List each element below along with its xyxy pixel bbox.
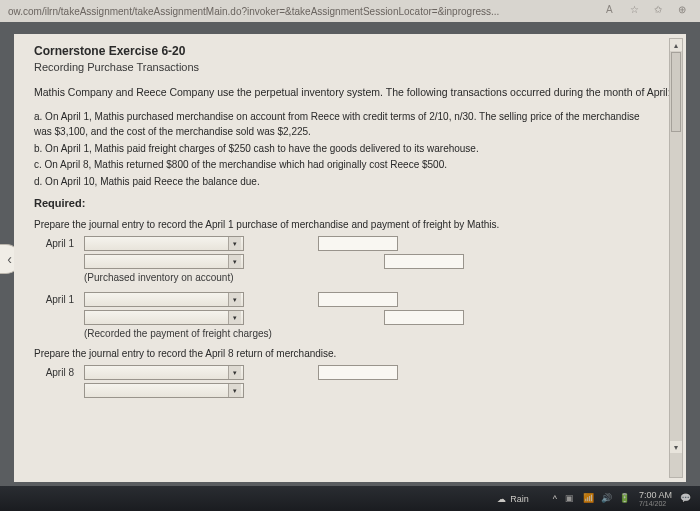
date-label: April 8 <box>34 367 78 378</box>
notifications-icon[interactable]: 💬 <box>680 493 692 505</box>
account-dropdown[interactable]: ▾ <box>84 383 244 398</box>
onedrive-icon[interactable]: ▣ <box>565 493 577 505</box>
chevron-down-icon: ▾ <box>228 311 241 324</box>
account-dropdown[interactable]: ▾ <box>84 365 244 380</box>
date-text: 7/14/202 <box>639 500 672 507</box>
collections-icon[interactable]: ⊕ <box>678 4 692 18</box>
instruction-2: Prepare the journal entry to record the … <box>34 348 672 359</box>
entry-note-2: (Recorded the payment of freight charges… <box>84 328 672 339</box>
credit-amount-input[interactable] <box>384 310 464 325</box>
browser-address-bar[interactable]: ow.com/ilrn/takeAssignment/takeAssignmen… <box>0 0 700 22</box>
weather-icon: ☁ <box>497 494 506 504</box>
instruction-1: Prepare the journal entry to record the … <box>34 219 672 230</box>
weather-widget[interactable]: ☁ Rain <box>497 494 529 504</box>
battery-icon[interactable]: 🔋 <box>619 493 631 505</box>
chevron-up-icon[interactable]: ^ <box>553 494 557 504</box>
chevron-down-icon: ▾ <box>228 293 241 306</box>
account-dropdown[interactable]: ▾ <box>84 310 244 325</box>
scroll-up-button[interactable]: ▴ <box>670 39 682 51</box>
entry-note-1: (Purchased inventory on account) <box>84 272 672 283</box>
tx-a: a. On April 1, Mathis purchased merchand… <box>34 109 654 140</box>
chevron-down-icon: ▾ <box>228 384 241 397</box>
chevron-down-icon: ▾ <box>228 237 241 250</box>
volume-icon[interactable]: 🔊 <box>601 493 613 505</box>
star-icon[interactable]: ☆ <box>630 4 644 18</box>
scrollbar[interactable]: ▴ ▾ <box>669 38 683 478</box>
search-icon[interactable] <box>253 493 265 505</box>
windows-taskbar[interactable]: ☁ Rain ^ ▣ 📶 🔊 🔋 7:00 AM 7/14/202 💬 <box>0 486 700 511</box>
scroll-thumb[interactable] <box>671 52 681 132</box>
wifi-icon[interactable]: 📶 <box>583 493 595 505</box>
transaction-list: a. On April 1, Mathis purchased merchand… <box>34 109 672 190</box>
read-aloud-icon[interactable]: A <box>606 4 620 18</box>
debit-amount-input[interactable] <box>318 365 398 380</box>
start-icon[interactable] <box>233 493 245 505</box>
time-text: 7:00 AM <box>639 490 672 500</box>
account-dropdown[interactable]: ▾ <box>84 254 244 269</box>
weather-text: Rain <box>510 494 529 504</box>
debit-amount-input[interactable] <box>318 292 398 307</box>
tx-b: b. On April 1, Mathis paid freight charg… <box>34 141 654 157</box>
url-text: ow.com/ilrn/takeAssignment/takeAssignmen… <box>8 6 606 17</box>
exercise-intro: Mathis Company and Reece Company use the… <box>34 85 672 101</box>
clock[interactable]: 7:00 AM 7/14/202 <box>639 490 672 507</box>
credit-amount-input[interactable] <box>384 254 464 269</box>
debit-amount-input[interactable] <box>318 236 398 251</box>
account-dropdown[interactable]: ▾ <box>84 236 244 251</box>
chevron-down-icon: ▾ <box>228 366 241 379</box>
exercise-subtitle: Recording Purchase Transactions <box>34 61 672 73</box>
account-dropdown[interactable]: ▾ <box>84 292 244 307</box>
address-icons: A ☆ ✩ ⊕ <box>606 4 692 18</box>
assignment-content: ▴ ▾ Cornerstone Exercise 6-20 Recording … <box>14 34 686 482</box>
date-label: April 1 <box>34 294 78 305</box>
chevron-down-icon: ▾ <box>228 255 241 268</box>
favorite-icon[interactable]: ✩ <box>654 4 668 18</box>
tx-d: d. On April 10, Mathis paid Reece the ba… <box>34 174 654 190</box>
date-label: April 1 <box>34 238 78 249</box>
scroll-down-button[interactable]: ▾ <box>670 441 682 453</box>
tx-c: c. On April 8, Mathis returned $800 of t… <box>34 157 654 173</box>
system-tray[interactable]: ▣ 📶 🔊 🔋 <box>565 493 631 505</box>
exercise-title: Cornerstone Exercise 6-20 <box>34 44 672 58</box>
required-label: Required: <box>34 197 672 209</box>
